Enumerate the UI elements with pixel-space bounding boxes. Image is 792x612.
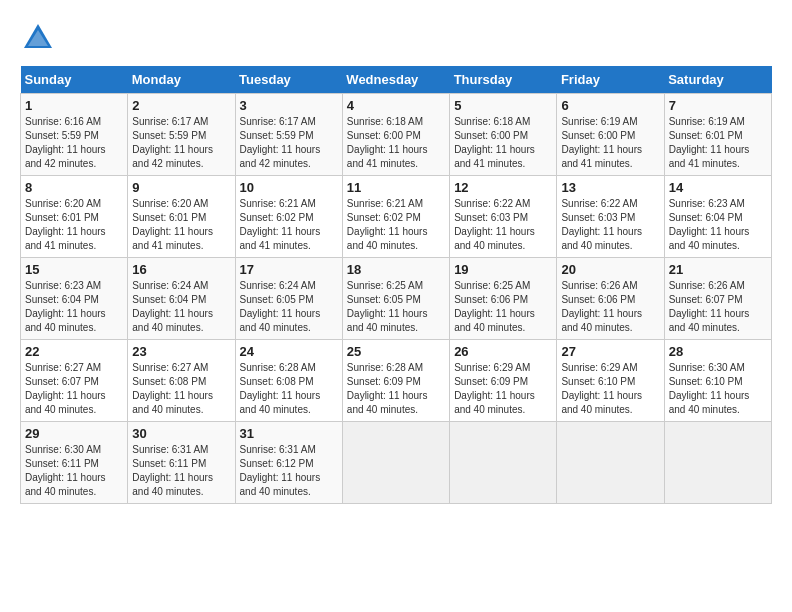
day-info: Sunrise: 6:29 AM Sunset: 6:10 PM Dayligh… <box>561 361 659 417</box>
header-row: SundayMondayTuesdayWednesdayThursdayFrid… <box>21 66 772 94</box>
calendar-cell: 31Sunrise: 6:31 AM Sunset: 6:12 PM Dayli… <box>235 422 342 504</box>
header-monday: Monday <box>128 66 235 94</box>
day-info: Sunrise: 6:27 AM Sunset: 6:08 PM Dayligh… <box>132 361 230 417</box>
day-info: Sunrise: 6:26 AM Sunset: 6:06 PM Dayligh… <box>561 279 659 335</box>
week-row-1: 8Sunrise: 6:20 AM Sunset: 6:01 PM Daylig… <box>21 176 772 258</box>
week-row-0: 1Sunrise: 6:16 AM Sunset: 5:59 PM Daylig… <box>21 94 772 176</box>
calendar-cell: 16Sunrise: 6:24 AM Sunset: 6:04 PM Dayli… <box>128 258 235 340</box>
day-info: Sunrise: 6:22 AM Sunset: 6:03 PM Dayligh… <box>454 197 552 253</box>
calendar-cell: 25Sunrise: 6:28 AM Sunset: 6:09 PM Dayli… <box>342 340 449 422</box>
day-number: 18 <box>347 262 445 277</box>
calendar-cell: 15Sunrise: 6:23 AM Sunset: 6:04 PM Dayli… <box>21 258 128 340</box>
day-info: Sunrise: 6:22 AM Sunset: 6:03 PM Dayligh… <box>561 197 659 253</box>
calendar-cell: 13Sunrise: 6:22 AM Sunset: 6:03 PM Dayli… <box>557 176 664 258</box>
calendar-cell: 22Sunrise: 6:27 AM Sunset: 6:07 PM Dayli… <box>21 340 128 422</box>
day-number: 19 <box>454 262 552 277</box>
day-number: 26 <box>454 344 552 359</box>
day-info: Sunrise: 6:29 AM Sunset: 6:09 PM Dayligh… <box>454 361 552 417</box>
header <box>20 20 772 56</box>
day-number: 25 <box>347 344 445 359</box>
header-saturday: Saturday <box>664 66 771 94</box>
calendar-cell: 5Sunrise: 6:18 AM Sunset: 6:00 PM Daylig… <box>450 94 557 176</box>
day-number: 8 <box>25 180 123 195</box>
calendar-cell: 6Sunrise: 6:19 AM Sunset: 6:00 PM Daylig… <box>557 94 664 176</box>
day-number: 22 <box>25 344 123 359</box>
calendar-cell: 18Sunrise: 6:25 AM Sunset: 6:05 PM Dayli… <box>342 258 449 340</box>
day-number: 6 <box>561 98 659 113</box>
calendar-cell <box>342 422 449 504</box>
day-number: 5 <box>454 98 552 113</box>
day-info: Sunrise: 6:25 AM Sunset: 6:05 PM Dayligh… <box>347 279 445 335</box>
calendar-cell: 4Sunrise: 6:18 AM Sunset: 6:00 PM Daylig… <box>342 94 449 176</box>
calendar-cell: 21Sunrise: 6:26 AM Sunset: 6:07 PM Dayli… <box>664 258 771 340</box>
header-sunday: Sunday <box>21 66 128 94</box>
day-info: Sunrise: 6:20 AM Sunset: 6:01 PM Dayligh… <box>25 197 123 253</box>
day-number: 7 <box>669 98 767 113</box>
day-number: 29 <box>25 426 123 441</box>
calendar-cell: 29Sunrise: 6:30 AM Sunset: 6:11 PM Dayli… <box>21 422 128 504</box>
calendar-cell: 1Sunrise: 6:16 AM Sunset: 5:59 PM Daylig… <box>21 94 128 176</box>
day-number: 31 <box>240 426 338 441</box>
day-info: Sunrise: 6:23 AM Sunset: 6:04 PM Dayligh… <box>25 279 123 335</box>
day-number: 30 <box>132 426 230 441</box>
day-info: Sunrise: 6:25 AM Sunset: 6:06 PM Dayligh… <box>454 279 552 335</box>
day-number: 13 <box>561 180 659 195</box>
day-number: 23 <box>132 344 230 359</box>
calendar-cell: 12Sunrise: 6:22 AM Sunset: 6:03 PM Dayli… <box>450 176 557 258</box>
header-wednesday: Wednesday <box>342 66 449 94</box>
calendar-cell <box>450 422 557 504</box>
day-info: Sunrise: 6:24 AM Sunset: 6:05 PM Dayligh… <box>240 279 338 335</box>
calendar-cell: 23Sunrise: 6:27 AM Sunset: 6:08 PM Dayli… <box>128 340 235 422</box>
day-info: Sunrise: 6:18 AM Sunset: 6:00 PM Dayligh… <box>347 115 445 171</box>
day-number: 20 <box>561 262 659 277</box>
calendar-cell <box>557 422 664 504</box>
day-info: Sunrise: 6:23 AM Sunset: 6:04 PM Dayligh… <box>669 197 767 253</box>
week-row-4: 29Sunrise: 6:30 AM Sunset: 6:11 PM Dayli… <box>21 422 772 504</box>
calendar-cell: 24Sunrise: 6:28 AM Sunset: 6:08 PM Dayli… <box>235 340 342 422</box>
calendar-cell: 10Sunrise: 6:21 AM Sunset: 6:02 PM Dayli… <box>235 176 342 258</box>
day-number: 15 <box>25 262 123 277</box>
header-friday: Friday <box>557 66 664 94</box>
week-row-3: 22Sunrise: 6:27 AM Sunset: 6:07 PM Dayli… <box>21 340 772 422</box>
logo-icon <box>20 20 56 56</box>
calendar-cell: 7Sunrise: 6:19 AM Sunset: 6:01 PM Daylig… <box>664 94 771 176</box>
calendar-cell: 19Sunrise: 6:25 AM Sunset: 6:06 PM Dayli… <box>450 258 557 340</box>
day-number: 12 <box>454 180 552 195</box>
calendar-cell: 20Sunrise: 6:26 AM Sunset: 6:06 PM Dayli… <box>557 258 664 340</box>
day-number: 17 <box>240 262 338 277</box>
calendar-cell <box>664 422 771 504</box>
day-info: Sunrise: 6:30 AM Sunset: 6:10 PM Dayligh… <box>669 361 767 417</box>
day-info: Sunrise: 6:19 AM Sunset: 6:00 PM Dayligh… <box>561 115 659 171</box>
day-number: 27 <box>561 344 659 359</box>
day-info: Sunrise: 6:19 AM Sunset: 6:01 PM Dayligh… <box>669 115 767 171</box>
calendar-cell: 28Sunrise: 6:30 AM Sunset: 6:10 PM Dayli… <box>664 340 771 422</box>
day-number: 9 <box>132 180 230 195</box>
day-info: Sunrise: 6:18 AM Sunset: 6:00 PM Dayligh… <box>454 115 552 171</box>
calendar-cell: 17Sunrise: 6:24 AM Sunset: 6:05 PM Dayli… <box>235 258 342 340</box>
day-info: Sunrise: 6:27 AM Sunset: 6:07 PM Dayligh… <box>25 361 123 417</box>
day-info: Sunrise: 6:26 AM Sunset: 6:07 PM Dayligh… <box>669 279 767 335</box>
calendar-cell: 2Sunrise: 6:17 AM Sunset: 5:59 PM Daylig… <box>128 94 235 176</box>
day-info: Sunrise: 6:20 AM Sunset: 6:01 PM Dayligh… <box>132 197 230 253</box>
calendar-cell: 27Sunrise: 6:29 AM Sunset: 6:10 PM Dayli… <box>557 340 664 422</box>
week-row-2: 15Sunrise: 6:23 AM Sunset: 6:04 PM Dayli… <box>21 258 772 340</box>
calendar-cell: 3Sunrise: 6:17 AM Sunset: 5:59 PM Daylig… <box>235 94 342 176</box>
calendar-cell: 9Sunrise: 6:20 AM Sunset: 6:01 PM Daylig… <box>128 176 235 258</box>
logo <box>20 20 60 56</box>
day-number: 3 <box>240 98 338 113</box>
day-info: Sunrise: 6:31 AM Sunset: 6:12 PM Dayligh… <box>240 443 338 499</box>
day-info: Sunrise: 6:16 AM Sunset: 5:59 PM Dayligh… <box>25 115 123 171</box>
day-number: 16 <box>132 262 230 277</box>
day-info: Sunrise: 6:24 AM Sunset: 6:04 PM Dayligh… <box>132 279 230 335</box>
day-info: Sunrise: 6:17 AM Sunset: 5:59 PM Dayligh… <box>240 115 338 171</box>
calendar-cell: 11Sunrise: 6:21 AM Sunset: 6:02 PM Dayli… <box>342 176 449 258</box>
day-number: 2 <box>132 98 230 113</box>
day-number: 11 <box>347 180 445 195</box>
day-number: 4 <box>347 98 445 113</box>
day-number: 1 <box>25 98 123 113</box>
calendar-cell: 30Sunrise: 6:31 AM Sunset: 6:11 PM Dayli… <box>128 422 235 504</box>
day-info: Sunrise: 6:28 AM Sunset: 6:08 PM Dayligh… <box>240 361 338 417</box>
day-number: 10 <box>240 180 338 195</box>
day-info: Sunrise: 6:28 AM Sunset: 6:09 PM Dayligh… <box>347 361 445 417</box>
day-number: 28 <box>669 344 767 359</box>
